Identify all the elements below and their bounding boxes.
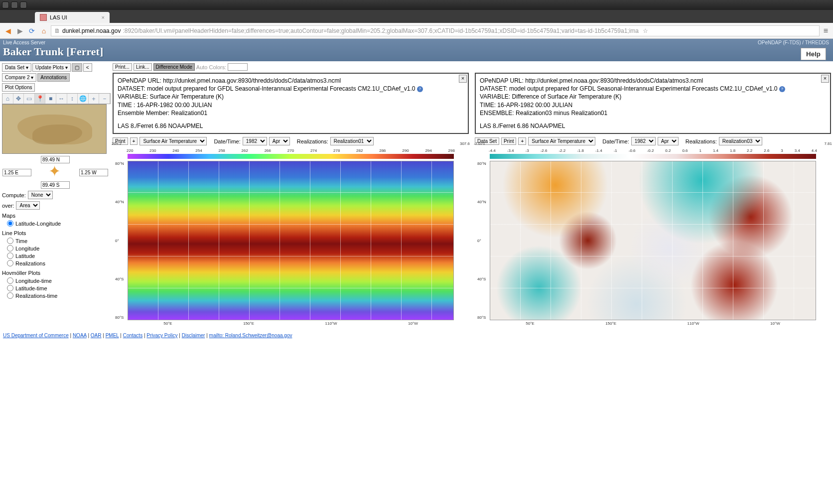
plot-options-button[interactable]: Plot Options (2, 83, 35, 92)
footer-link[interactable]: Contacts (123, 333, 142, 338)
map-tool-zoomout-icon[interactable]: － (99, 94, 110, 104)
compass-icon (47, 164, 63, 180)
minimap[interactable] (2, 104, 107, 154)
url-path: :8920/baker/UI.vm#panelHeaderHidden=fals… (123, 27, 639, 34)
tab-title: LAS UI (50, 14, 67, 20)
radio-lon-time[interactable] (7, 277, 13, 284)
window-control-min[interactable] (11, 1, 18, 8)
panel2-y-axis: 80°N40°N0°40°S80°S (477, 161, 486, 320)
panel-right: × OPeNDAP URL: http://dunkel.pmel.noaa.g… (475, 73, 831, 323)
lineplots-section-title: Line Plots (2, 230, 111, 236)
over-select[interactable]: Area (16, 201, 40, 210)
browser-tab[interactable]: LAS UI × (35, 12, 110, 23)
autocolors-swatch[interactable] (228, 63, 248, 71)
nav-reload-icon[interactable]: ⟳ (27, 26, 37, 36)
map-tool-pan-icon[interactable]: ✥ (13, 94, 24, 104)
panel1-close-button[interactable]: × (459, 75, 467, 83)
panel1-metadata: × OPeNDAP URL: http://dunkel.pmel.noaa.g… (113, 73, 469, 134)
window-control-max[interactable] (20, 1, 27, 8)
print-button[interactable]: Print... (113, 63, 132, 71)
url-bar[interactable]: 🗎 dunkel.pmel.noaa.gov :8920/baker/UI.vm… (51, 25, 820, 36)
compare-button[interactable]: Compare 2 ▾ (2, 73, 36, 82)
coord-south-input[interactable] (41, 181, 70, 189)
collapse-sidebar-button[interactable]: < (83, 63, 92, 72)
browser-toolbar: ◀ ▶ ⟳ ⌂ 🗎 dunkel.pmel.noaa.gov :8920/bak… (0, 23, 833, 39)
radio-real-time[interactable] (7, 292, 13, 299)
panel2-colorbar-ticks: -4.4-3.4-3-2.6-2.2-1.8-1.4-1-0.6-0.20.20… (489, 148, 817, 153)
left-sidebar: Data Set ▾ Update Plots ▾ ▢ < Compare 2 … (2, 63, 111, 323)
map-tool-x-icon[interactable]: ↔ (56, 94, 67, 104)
difference-mode-button[interactable]: Difference Mode (153, 63, 195, 71)
footer-link[interactable]: Disclaimer (182, 333, 205, 338)
link-button[interactable]: Link... (134, 63, 152, 71)
footer-link[interactable]: NOAA (73, 333, 87, 338)
map-tool-home-icon[interactable]: ⌂ (2, 94, 13, 104)
footer-link[interactable]: US Department of Commerce (3, 333, 69, 338)
os-titlebar (0, 0, 833, 10)
header-right-links[interactable]: OPeNDAP (F-TDS) / THREDDS (758, 40, 829, 45)
map-tool-globe-icon[interactable]: 🌐 (78, 94, 89, 104)
compute-select[interactable]: None (28, 191, 53, 199)
minimap-toolbar: ⌂ ✥ ▭ 📍 ■ ↔ ↕ 🌐 ＋ － (2, 93, 111, 104)
map-tool-pin-icon[interactable]: 📍 (35, 94, 46, 104)
autocolors-label: Auto Colors: (196, 64, 227, 70)
bookmark-star-icon[interactable]: ☆ (643, 27, 648, 34)
radio-latlon[interactable] (7, 220, 13, 227)
panel1-colorbar: 205.2307.6 (128, 154, 454, 159)
nav-home-icon[interactable]: ⌂ (39, 26, 49, 36)
panel2-x-axis: 50°E150°E110°W10°W (490, 321, 816, 326)
coord-west-input[interactable] (79, 169, 108, 176)
dataset-button[interactable]: Data Set ▾ (2, 63, 31, 72)
browser-tab-strip: LAS UI × (0, 10, 833, 23)
browser-menu-icon[interactable]: ≡ (822, 26, 830, 35)
map-tool-select-icon[interactable]: ▭ (24, 94, 35, 104)
radio-lat-time[interactable] (7, 285, 13, 291)
nav-forward-icon[interactable]: ▶ (15, 26, 25, 36)
coord-east-input[interactable] (2, 169, 31, 176)
page-icon: 🗎 (54, 27, 60, 34)
tab-favicon-icon (40, 14, 47, 21)
panel2-map[interactable]: 80°N40°N0°40°S80°S 50°E150°E110°W10°W (490, 161, 816, 320)
annotations-button[interactable]: Annotations (37, 73, 70, 82)
footer-link[interactable]: OAR (91, 333, 102, 338)
map-tool-y-icon[interactable]: ↕ (67, 94, 78, 104)
map-tool-zoomin-icon[interactable]: ＋ (89, 94, 100, 104)
panel1-y-axis: 80°N40°N0°40°S80°S (115, 161, 124, 320)
footer-link[interactable]: Privacy Policy (146, 333, 177, 338)
hov-section-title: Hovmöller Plots (2, 270, 111, 276)
panel2-colorbar: -7.0717.81 (490, 154, 816, 159)
radio-realizations[interactable] (7, 260, 13, 266)
panel1-colorbar-ticks: 2202302402542582622662702742782822862902… (127, 148, 455, 153)
panel1-x-axis: 50°E150°E110°W10°W (128, 321, 453, 326)
radio-longitude[interactable] (7, 245, 13, 252)
footer-link[interactable]: mailto: Roland.Schweitzer@noaa.gov (209, 333, 292, 338)
footer-link[interactable]: PMEL (106, 333, 119, 338)
toggle-square-button[interactable]: ▢ (72, 63, 82, 72)
radio-time[interactable] (7, 238, 13, 244)
panel1-plot: 2202302402542582622662702742782822862902… (113, 148, 469, 323)
window-control-close[interactable] (2, 1, 9, 8)
action-bar: Print... Link... Difference Mode Auto Co… (113, 63, 831, 71)
page-title: Baker Trunk [Ferret] (3, 45, 830, 58)
panel1-map[interactable]: 80°N40°N0°40°S80°S 50°E150°E110°W10°W (128, 161, 454, 320)
help-button[interactable]: Help (801, 48, 826, 60)
help-icon[interactable]: ? (779, 86, 785, 92)
update-plots-button[interactable]: Update Plots ▾ (32, 63, 71, 72)
panel2-close-button[interactable]: × (821, 75, 829, 83)
las-header: Live Access Server Baker Trunk [Ferret] … (0, 39, 833, 61)
url-host: dunkel.pmel.noaa.gov (62, 27, 121, 34)
panel2-metadata: × OPeNDAP URL: http://dunkel.pmel.noaa.g… (475, 73, 831, 134)
nav-back-icon[interactable]: ◀ (3, 26, 13, 36)
coord-grid (2, 156, 111, 189)
maps-section-title: Maps (2, 213, 111, 219)
panel2-plot: -4.4-3.4-3-2.6-2.2-1.8-1.4-1-0.6-0.20.20… (475, 148, 831, 323)
over-label: over: (2, 203, 14, 209)
tab-close-icon[interactable]: × (102, 14, 105, 20)
page-footer: US Department of Commerce | NOAA | OAR |… (0, 327, 833, 344)
panel-left: × OPeNDAP URL: http://dunkel.pmel.noaa.g… (113, 73, 469, 323)
map-tool-square-icon[interactable]: ■ (45, 94, 56, 104)
help-icon[interactable]: ? (417, 86, 423, 92)
radio-latitude[interactable] (7, 252, 13, 259)
las-subtitle: Live Access Server (3, 40, 830, 45)
compute-label: Compute: (2, 192, 26, 198)
